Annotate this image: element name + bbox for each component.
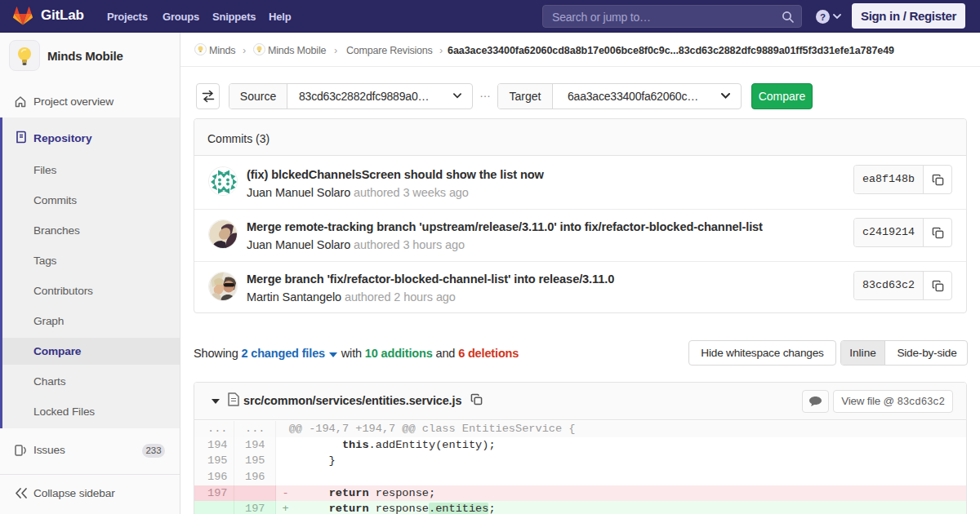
svg-text:?: ? bbox=[820, 12, 826, 22]
